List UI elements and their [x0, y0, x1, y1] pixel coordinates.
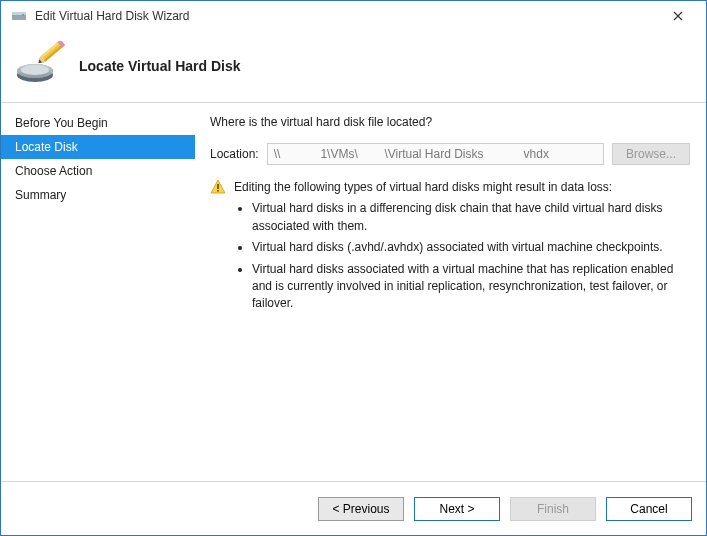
- step-before-you-begin[interactable]: Before You Begin: [1, 111, 195, 135]
- warning-list: Virtual hard disks in a differencing dis…: [234, 200, 690, 312]
- location-label: Location:: [210, 147, 259, 161]
- warning-text: Editing the following types of virtual h…: [234, 179, 690, 317]
- close-button[interactable]: [658, 4, 698, 28]
- wizard-graphic-icon: [13, 41, 65, 90]
- warning-icon: [210, 179, 226, 317]
- app-icon: [11, 8, 27, 24]
- step-choose-action[interactable]: Choose Action: [1, 159, 195, 183]
- warning-item: Virtual hard disks (.avhd/.avhdx) associ…: [252, 239, 690, 256]
- browse-button: Browse...: [612, 143, 690, 165]
- wizard-header: Locate Virtual Hard Disk: [1, 31, 706, 103]
- svg-rect-14: [217, 184, 219, 189]
- steps-sidebar: Before You Begin Locate Disk Choose Acti…: [1, 103, 196, 481]
- prompt-text: Where is the virtual hard disk file loca…: [210, 115, 690, 129]
- svg-point-6: [21, 65, 49, 75]
- cancel-button[interactable]: Cancel: [606, 497, 692, 521]
- page-title: Locate Virtual Hard Disk: [79, 58, 241, 74]
- next-button[interactable]: Next >: [414, 497, 500, 521]
- svg-rect-2: [22, 14, 24, 16]
- warning-block: Editing the following types of virtual h…: [210, 179, 690, 317]
- warning-item: Virtual hard disks in a differencing dis…: [252, 200, 690, 235]
- window-title: Edit Virtual Hard Disk Wizard: [35, 9, 658, 23]
- warning-item: Virtual hard disks associated with a vir…: [252, 261, 690, 313]
- svg-rect-15: [217, 190, 219, 192]
- content-area: Where is the virtual hard disk file loca…: [196, 103, 706, 481]
- finish-button: Finish: [510, 497, 596, 521]
- wizard-window: Edit Virtual Hard Disk Wizard: [0, 0, 707, 536]
- location-row: Location: Browse...: [210, 143, 690, 165]
- location-input[interactable]: [267, 143, 604, 165]
- wizard-body: Before You Begin Locate Disk Choose Acti…: [1, 103, 706, 481]
- step-locate-disk[interactable]: Locate Disk: [1, 135, 195, 159]
- wizard-footer: < Previous Next > Finish Cancel: [1, 481, 706, 535]
- warning-title: Editing the following types of virtual h…: [234, 180, 612, 194]
- step-summary[interactable]: Summary: [1, 183, 195, 207]
- titlebar: Edit Virtual Hard Disk Wizard: [1, 1, 706, 31]
- previous-button[interactable]: < Previous: [318, 497, 404, 521]
